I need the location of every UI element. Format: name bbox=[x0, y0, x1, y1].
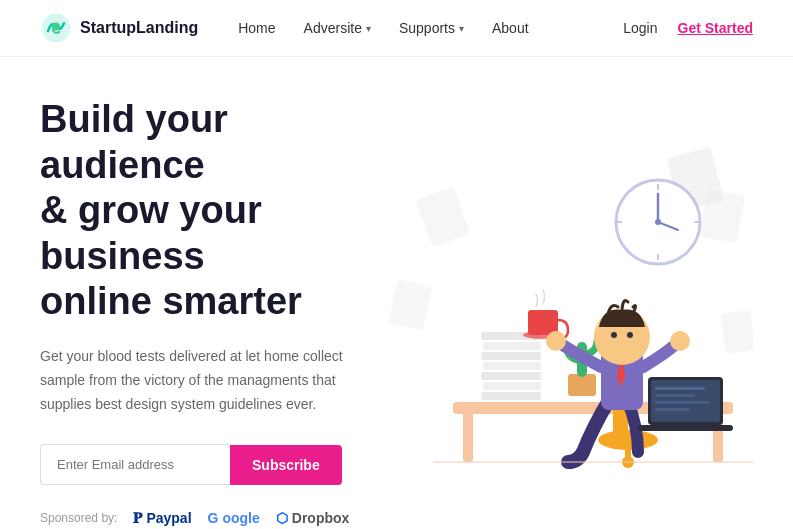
nav-about[interactable]: About bbox=[492, 20, 529, 36]
svg-rect-23 bbox=[481, 372, 541, 380]
supports-chevron-down-icon: ▾ bbox=[459, 23, 464, 34]
svg-rect-22 bbox=[483, 362, 541, 370]
nav-adversite[interactable]: Adversite ▾ bbox=[304, 20, 371, 36]
svg-rect-5 bbox=[389, 279, 433, 330]
svg-rect-17 bbox=[463, 412, 473, 462]
subscribe-form: Subscribe bbox=[40, 444, 373, 485]
logo-icon bbox=[40, 12, 72, 44]
svg-rect-42 bbox=[638, 425, 733, 431]
paypal-sponsor: 𝐏 Paypal bbox=[133, 509, 191, 527]
svg-rect-6 bbox=[720, 310, 753, 354]
svg-rect-43 bbox=[655, 387, 705, 390]
svg-rect-46 bbox=[655, 408, 690, 411]
svg-rect-28 bbox=[568, 374, 596, 396]
get-started-button[interactable]: Get Started bbox=[678, 20, 753, 36]
logo-text: StartupLanding bbox=[80, 19, 198, 37]
svg-point-35 bbox=[546, 331, 566, 351]
hero-section: Build your audience & grow your business… bbox=[0, 57, 793, 529]
hero-title: Build your audience & grow your business… bbox=[40, 97, 373, 325]
google-sponsor: G oogle bbox=[208, 510, 260, 526]
nav-supports[interactable]: Supports ▾ bbox=[399, 20, 464, 36]
nav-home[interactable]: Home bbox=[238, 20, 275, 36]
dropbox-text: Dropbox bbox=[292, 510, 350, 526]
sponsored-label: Sponsored by: bbox=[40, 511, 117, 525]
svg-point-38 bbox=[611, 332, 617, 338]
svg-rect-25 bbox=[481, 392, 541, 400]
paypal-text: Paypal bbox=[146, 510, 191, 526]
logo[interactable]: StartupLanding bbox=[40, 12, 198, 44]
hero-description: Get your blood tests delivered at let ho… bbox=[40, 345, 360, 416]
svg-point-36 bbox=[670, 331, 690, 351]
dropbox-sponsor: ⬡ Dropbox bbox=[276, 510, 350, 526]
hero-illustration bbox=[373, 122, 753, 502]
svg-rect-21 bbox=[481, 352, 541, 360]
svg-rect-45 bbox=[655, 401, 710, 404]
svg-rect-24 bbox=[483, 382, 541, 390]
dropbox-icon: ⬡ bbox=[276, 510, 288, 526]
navbar: StartupLanding Home Adversite ▾ Supports… bbox=[0, 0, 793, 57]
svg-point-39 bbox=[627, 332, 633, 338]
svg-rect-20 bbox=[483, 342, 541, 350]
hero-left: Build your audience & grow your business… bbox=[40, 97, 373, 527]
hero-svg bbox=[373, 132, 753, 492]
subscribe-button[interactable]: Subscribe bbox=[230, 445, 342, 485]
google-icon: G bbox=[208, 510, 219, 526]
email-input[interactable] bbox=[40, 444, 230, 485]
sponsored-area: Sponsored by: 𝐏 Paypal G oogle ⬡ Dropbox bbox=[40, 509, 373, 527]
google-text: oogle bbox=[222, 510, 259, 526]
login-button[interactable]: Login bbox=[623, 20, 657, 36]
paypal-icon: 𝐏 bbox=[133, 509, 142, 527]
svg-rect-4 bbox=[416, 187, 471, 248]
nav-links: Home Adversite ▾ Supports ▾ About bbox=[238, 20, 623, 36]
svg-rect-44 bbox=[655, 394, 695, 397]
adversite-chevron-down-icon: ▾ bbox=[366, 23, 371, 34]
nav-right: Login Get Started bbox=[623, 20, 753, 36]
